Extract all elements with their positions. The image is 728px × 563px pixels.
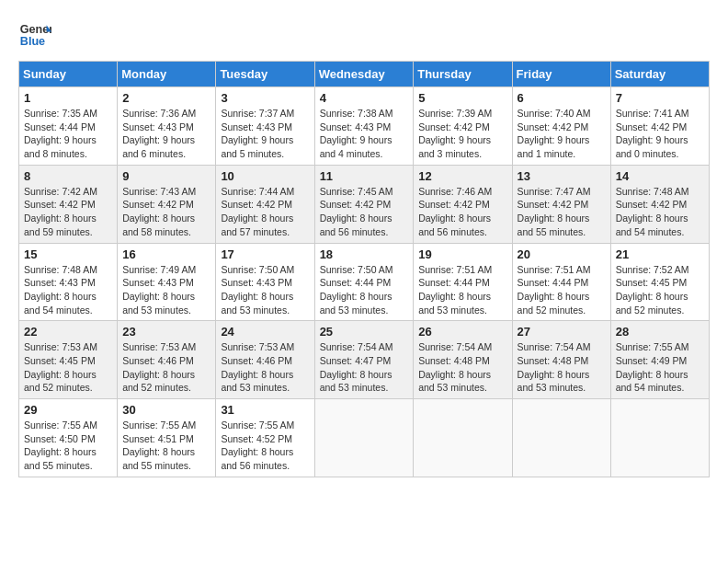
day-number: 25 xyxy=(320,325,409,339)
calendar-cell: 17Sunrise: 7:50 AM Sunset: 4:43 PM Dayli… xyxy=(216,243,314,321)
calendar-cell xyxy=(314,399,414,477)
day-number: 30 xyxy=(122,403,210,417)
calendar-cell: 4Sunrise: 7:38 AM Sunset: 4:43 PM Daylig… xyxy=(314,87,414,166)
calendar-cell: 13Sunrise: 7:47 AM Sunset: 4:42 PM Dayli… xyxy=(512,165,610,243)
day-number: 17 xyxy=(221,247,309,261)
calendar-cell: 20Sunrise: 7:51 AM Sunset: 4:44 PM Dayli… xyxy=(512,243,610,321)
header-cell-tuesday: Tuesday xyxy=(216,62,314,87)
calendar-cell: 22Sunrise: 7:53 AM Sunset: 4:45 PM Dayli… xyxy=(19,321,118,399)
day-number: 1 xyxy=(24,91,112,105)
calendar-cell: 26Sunrise: 7:54 AM Sunset: 4:48 PM Dayli… xyxy=(414,321,512,399)
header-row: SundayMondayTuesdayWednesdayThursdayFrid… xyxy=(19,62,710,87)
header-cell-thursday: Thursday xyxy=(414,62,512,87)
day-info: Sunrise: 7:41 AM Sunset: 4:42 PM Dayligh… xyxy=(616,107,704,161)
day-number: 22 xyxy=(24,325,112,339)
calendar-cell xyxy=(610,399,709,477)
calendar-cell: 25Sunrise: 7:54 AM Sunset: 4:47 PM Dayli… xyxy=(314,321,414,399)
day-number: 14 xyxy=(616,169,704,183)
calendar-header: SundayMondayTuesdayWednesdayThursdayFrid… xyxy=(19,62,710,87)
day-number: 10 xyxy=(221,169,309,183)
calendar-cell: 10Sunrise: 7:44 AM Sunset: 4:42 PM Dayli… xyxy=(216,165,314,243)
day-info: Sunrise: 7:47 AM Sunset: 4:42 PM Dayligh… xyxy=(518,185,606,239)
day-info: Sunrise: 7:36 AM Sunset: 4:43 PM Dayligh… xyxy=(122,107,210,161)
svg-text:Blue: Blue xyxy=(20,35,45,48)
day-number: 28 xyxy=(616,325,704,339)
calendar-cell: 29Sunrise: 7:55 AM Sunset: 4:50 PM Dayli… xyxy=(19,399,118,477)
calendar-cell: 30Sunrise: 7:55 AM Sunset: 4:51 PM Dayli… xyxy=(118,399,216,477)
day-info: Sunrise: 7:55 AM Sunset: 4:50 PM Dayligh… xyxy=(24,419,112,473)
week-row-3: 15Sunrise: 7:48 AM Sunset: 4:43 PM Dayli… xyxy=(19,243,710,321)
calendar-cell: 31Sunrise: 7:55 AM Sunset: 4:52 PM Dayli… xyxy=(216,399,314,477)
day-info: Sunrise: 7:51 AM Sunset: 4:44 PM Dayligh… xyxy=(418,263,506,317)
calendar-cell xyxy=(512,399,610,477)
calendar-cell: 12Sunrise: 7:46 AM Sunset: 4:42 PM Dayli… xyxy=(414,165,512,243)
day-info: Sunrise: 7:48 AM Sunset: 4:42 PM Dayligh… xyxy=(616,185,704,239)
logo: General Blue xyxy=(18,18,51,52)
day-number: 26 xyxy=(418,325,506,339)
day-number: 23 xyxy=(122,325,210,339)
calendar-cell: 11Sunrise: 7:45 AM Sunset: 4:42 PM Dayli… xyxy=(314,165,414,243)
header-cell-friday: Friday xyxy=(512,62,610,87)
calendar-cell: 2Sunrise: 7:36 AM Sunset: 4:43 PM Daylig… xyxy=(118,87,216,166)
day-info: Sunrise: 7:53 AM Sunset: 4:46 PM Dayligh… xyxy=(122,340,210,395)
logo-icon: General Blue xyxy=(18,18,51,52)
day-info: Sunrise: 7:54 AM Sunset: 4:48 PM Dayligh… xyxy=(518,340,606,395)
day-info: Sunrise: 7:40 AM Sunset: 4:42 PM Dayligh… xyxy=(518,107,606,161)
calendar-cell: 24Sunrise: 7:53 AM Sunset: 4:46 PM Dayli… xyxy=(216,321,314,399)
day-number: 20 xyxy=(518,247,606,261)
day-number: 2 xyxy=(122,91,210,105)
day-info: Sunrise: 7:53 AM Sunset: 4:46 PM Dayligh… xyxy=(221,340,309,395)
page-header: General Blue xyxy=(18,18,710,52)
day-number: 6 xyxy=(518,91,606,105)
day-info: Sunrise: 7:38 AM Sunset: 4:43 PM Dayligh… xyxy=(320,107,409,161)
calendar-table: SundayMondayTuesdayWednesdayThursdayFrid… xyxy=(18,61,710,477)
day-info: Sunrise: 7:55 AM Sunset: 4:52 PM Dayligh… xyxy=(221,419,309,473)
calendar-cell: 7Sunrise: 7:41 AM Sunset: 4:42 PM Daylig… xyxy=(610,87,709,166)
day-info: Sunrise: 7:54 AM Sunset: 4:47 PM Dayligh… xyxy=(320,340,409,395)
calendar-cell: 16Sunrise: 7:49 AM Sunset: 4:43 PM Dayli… xyxy=(118,243,216,321)
day-number: 24 xyxy=(221,325,309,339)
calendar-cell: 9Sunrise: 7:43 AM Sunset: 4:42 PM Daylig… xyxy=(118,165,216,243)
day-info: Sunrise: 7:42 AM Sunset: 4:42 PM Dayligh… xyxy=(24,185,112,239)
calendar-cell: 8Sunrise: 7:42 AM Sunset: 4:42 PM Daylig… xyxy=(19,165,118,243)
header-cell-sunday: Sunday xyxy=(19,62,118,87)
day-number: 5 xyxy=(418,91,506,105)
day-info: Sunrise: 7:39 AM Sunset: 4:42 PM Dayligh… xyxy=(418,107,506,161)
header-cell-wednesday: Wednesday xyxy=(314,62,414,87)
calendar-cell: 15Sunrise: 7:48 AM Sunset: 4:43 PM Dayli… xyxy=(19,243,118,321)
calendar-cell: 23Sunrise: 7:53 AM Sunset: 4:46 PM Dayli… xyxy=(118,321,216,399)
calendar-cell: 18Sunrise: 7:50 AM Sunset: 4:44 PM Dayli… xyxy=(314,243,414,321)
week-row-2: 8Sunrise: 7:42 AM Sunset: 4:42 PM Daylig… xyxy=(19,165,710,243)
day-number: 16 xyxy=(122,247,210,261)
day-info: Sunrise: 7:51 AM Sunset: 4:44 PM Dayligh… xyxy=(518,263,606,317)
day-number: 15 xyxy=(24,247,112,261)
day-number: 8 xyxy=(24,169,112,183)
calendar-cell: 5Sunrise: 7:39 AM Sunset: 4:42 PM Daylig… xyxy=(414,87,512,166)
calendar-cell: 27Sunrise: 7:54 AM Sunset: 4:48 PM Dayli… xyxy=(512,321,610,399)
calendar-cell: 3Sunrise: 7:37 AM Sunset: 4:43 PM Daylig… xyxy=(216,87,314,166)
day-number: 7 xyxy=(616,91,704,105)
day-info: Sunrise: 7:35 AM Sunset: 4:44 PM Dayligh… xyxy=(24,107,112,161)
calendar-body: 1Sunrise: 7:35 AM Sunset: 4:44 PM Daylig… xyxy=(19,87,710,477)
day-number: 19 xyxy=(418,247,506,261)
day-info: Sunrise: 7:53 AM Sunset: 4:45 PM Dayligh… xyxy=(24,340,112,395)
calendar-cell: 19Sunrise: 7:51 AM Sunset: 4:44 PM Dayli… xyxy=(414,243,512,321)
day-number: 12 xyxy=(418,169,506,183)
day-number: 29 xyxy=(24,403,112,417)
day-info: Sunrise: 7:54 AM Sunset: 4:48 PM Dayligh… xyxy=(418,340,506,395)
day-info: Sunrise: 7:43 AM Sunset: 4:42 PM Dayligh… xyxy=(122,185,210,239)
day-number: 18 xyxy=(320,247,409,261)
day-info: Sunrise: 7:52 AM Sunset: 4:45 PM Dayligh… xyxy=(616,263,704,317)
calendar-cell: 14Sunrise: 7:48 AM Sunset: 4:42 PM Dayli… xyxy=(610,165,709,243)
day-info: Sunrise: 7:49 AM Sunset: 4:43 PM Dayligh… xyxy=(122,263,210,317)
calendar-cell: 1Sunrise: 7:35 AM Sunset: 4:44 PM Daylig… xyxy=(19,87,118,166)
calendar-cell: 28Sunrise: 7:55 AM Sunset: 4:49 PM Dayli… xyxy=(610,321,709,399)
day-number: 21 xyxy=(616,247,704,261)
day-number: 3 xyxy=(221,91,309,105)
calendar-cell xyxy=(414,399,512,477)
day-info: Sunrise: 7:46 AM Sunset: 4:42 PM Dayligh… xyxy=(418,185,506,239)
day-number: 27 xyxy=(518,325,606,339)
day-number: 4 xyxy=(320,91,409,105)
calendar-cell: 6Sunrise: 7:40 AM Sunset: 4:42 PM Daylig… xyxy=(512,87,610,166)
day-number: 9 xyxy=(122,169,210,183)
